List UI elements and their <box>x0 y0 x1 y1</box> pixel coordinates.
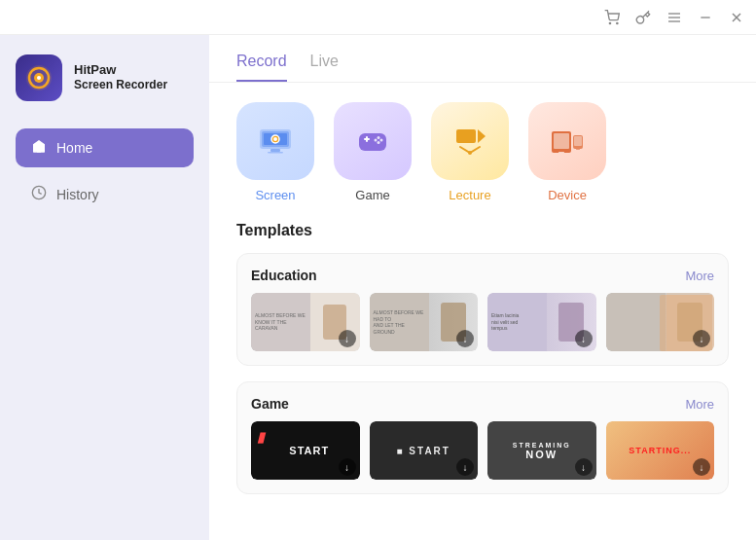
game-option-label: Game <box>355 188 389 202</box>
education-template-4[interactable]: ↓ <box>606 293 715 351</box>
education-items: ALMOST BEFORE WEKNOW IT THE CARAVAN ↓ AL… <box>251 293 714 351</box>
app-logo: HitPaw Screen Recorder <box>16 54 194 101</box>
svg-point-24 <box>380 139 383 142</box>
svg-rect-18 <box>270 149 280 152</box>
game-group-name: Game <box>251 396 289 412</box>
device-option-label: Device <box>548 188 587 202</box>
game-template-1-download[interactable]: ↓ <box>339 458 356 476</box>
sidebar-item-home[interactable]: Home <box>16 128 194 167</box>
sidebar-item-history-label: History <box>56 187 99 202</box>
education-template-2[interactable]: ALMOST BEFORE WE HAD TOAND LET THE GROUN… <box>370 293 479 351</box>
game-template-2[interactable]: ■ START ↓ <box>370 421 479 480</box>
svg-point-17 <box>273 137 277 141</box>
svg-rect-32 <box>558 152 564 153</box>
svg-rect-35 <box>576 149 580 150</box>
template-group-education: Education More ALMOST BEFORE WEKNOW IT T… <box>236 253 729 366</box>
logo-text: HitPaw Screen Recorder <box>74 62 167 92</box>
svg-point-1 <box>617 22 618 23</box>
svg-point-11 <box>37 76 41 80</box>
screen-option-label: Screen <box>255 188 295 202</box>
education-group-name: Education <box>251 268 317 283</box>
history-icon <box>31 185 47 204</box>
game-template-2-download[interactable]: ↓ <box>456 458 474 476</box>
game-template-4[interactable]: STARTING... ↓ <box>606 421 715 480</box>
svg-rect-20 <box>359 133 386 151</box>
education-more-button[interactable]: More <box>685 269 714 283</box>
templates-section: Templates Education More ALMOST BEFORE W… <box>209 222 756 529</box>
screen-option-icon <box>236 102 314 180</box>
education-template-3[interactable]: Etiam lacinianisi velit sedtempus ↓ <box>487 293 596 351</box>
record-option-game[interactable]: Game <box>334 102 412 202</box>
svg-rect-31 <box>554 133 569 149</box>
game-option-icon <box>334 102 412 180</box>
close-icon[interactable] <box>729 10 744 25</box>
sidebar-nav: Home History <box>16 128 194 214</box>
game-items: ▮ START ↓ ■ START ↓ <box>251 421 714 480</box>
game-template-4-download[interactable]: ↓ <box>693 458 710 476</box>
education-template-3-download[interactable]: ↓ <box>575 330 593 347</box>
lecture-option-label: Lecture <box>449 188 490 202</box>
education-template-2-download[interactable]: ↓ <box>456 330 474 347</box>
svg-point-29 <box>468 151 472 155</box>
svg-rect-27 <box>456 129 476 143</box>
logo-subtitle: Screen Recorder <box>74 78 167 93</box>
record-option-lecture[interactable]: Lecture <box>431 102 509 202</box>
svg-rect-19 <box>268 152 283 154</box>
title-bar <box>0 0 756 35</box>
tabs: Record Live <box>209 35 756 83</box>
svg-rect-22 <box>366 136 368 142</box>
lecture-option-icon <box>431 102 509 180</box>
svg-rect-34 <box>574 136 582 146</box>
svg-point-25 <box>375 139 378 142</box>
tab-live[interactable]: Live <box>310 53 339 82</box>
logo-name: HitPaw <box>74 62 167 78</box>
education-template-4-download[interactable]: ↓ <box>693 330 710 347</box>
minimize-icon[interactable] <box>698 10 713 25</box>
game-more-button[interactable]: More <box>685 397 714 412</box>
key-icon[interactable] <box>635 10 651 25</box>
education-template-1[interactable]: ALMOST BEFORE WEKNOW IT THE CARAVAN ↓ <box>251 293 360 351</box>
game-group-header: Game More <box>251 396 714 412</box>
cart-icon[interactable] <box>604 10 620 25</box>
sidebar-item-home-label: Home <box>56 140 92 156</box>
svg-point-23 <box>378 136 380 139</box>
templates-title: Templates <box>236 222 729 239</box>
svg-marker-28 <box>478 129 486 143</box>
game-template-1[interactable]: ▮ START ↓ <box>251 421 360 480</box>
home-icon <box>31 138 47 158</box>
device-option-icon <box>528 102 606 180</box>
menu-icon[interactable] <box>666 10 682 25</box>
record-option-device[interactable]: Device <box>528 102 606 202</box>
tab-record[interactable]: Record <box>236 53 287 82</box>
game-template-3-download[interactable]: ↓ <box>575 458 593 476</box>
sidebar: HitPaw Screen Recorder Home <box>0 35 209 540</box>
record-options: Screen Game <box>209 83 756 222</box>
window-controls <box>604 10 744 25</box>
svg-point-26 <box>378 141 380 144</box>
education-template-1-download[interactable]: ↓ <box>339 330 356 347</box>
education-group-header: Education More <box>251 268 714 283</box>
record-option-screen[interactable]: Screen <box>236 102 314 202</box>
content-area: Record Live Screen <box>209 35 756 540</box>
sidebar-item-history[interactable]: History <box>16 175 194 214</box>
main-layout: HitPaw Screen Recorder Home <box>0 35 756 540</box>
game-template-3[interactable]: STREAMING NOW ↓ <box>487 421 596 480</box>
svg-point-0 <box>609 22 610 23</box>
template-group-game: Game More ▮ START ↓ ■ START <box>236 381 729 494</box>
logo-icon <box>16 54 62 101</box>
